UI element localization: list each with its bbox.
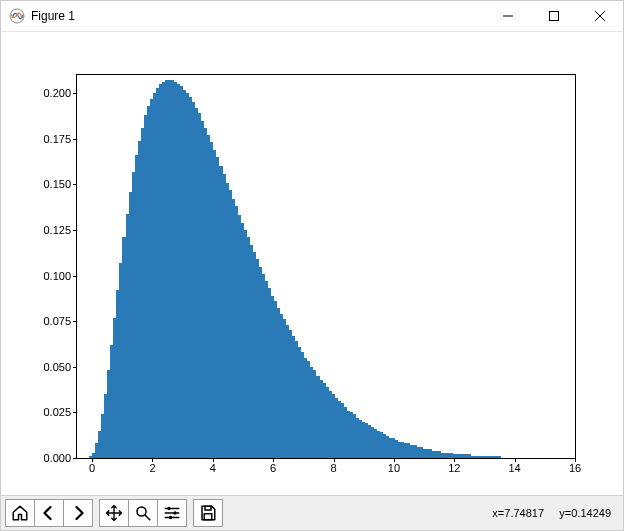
home-button[interactable] (6, 500, 35, 526)
y-tick-label: 0.150 (43, 178, 77, 190)
y-tick-label: 0.100 (43, 270, 77, 282)
svg-point-4 (173, 511, 176, 514)
cursor-coordinates: x=7.74817 y=0.14249 (492, 507, 619, 519)
y-tick-label: 0.175 (43, 133, 77, 145)
svg-rect-7 (204, 514, 212, 520)
svg-point-5 (169, 516, 172, 519)
configure-subplots-button[interactable] (158, 500, 186, 526)
app-icon (9, 8, 25, 24)
y-tick-label: 0.200 (43, 87, 77, 99)
maximize-button[interactable] (531, 1, 577, 31)
titlebar[interactable]: Figure 1 (1, 1, 623, 32)
navigation-toolbar: x=7.74817 y=0.14249 (1, 495, 623, 530)
back-button[interactable] (35, 500, 64, 526)
axes-box: 0.0000.0250.0500.0750.1000.1250.1500.175… (76, 74, 576, 459)
histogram-bars (77, 75, 575, 458)
plot-canvas[interactable]: 0.0000.0250.0500.0750.1000.1250.1500.175… (1, 32, 623, 495)
forward-button[interactable] (64, 500, 92, 526)
close-button[interactable] (577, 1, 623, 31)
y-tick-label: 0.000 (43, 452, 77, 464)
window-title: Figure 1 (31, 9, 75, 23)
svg-rect-1 (550, 12, 559, 21)
y-tick-label: 0.075 (43, 315, 77, 327)
y-tick-label: 0.125 (43, 224, 77, 236)
y-tick-label: 0.025 (43, 406, 77, 418)
figure-window: Figure 1 0.0000.0250.0500.0750.1000.1250… (0, 0, 624, 531)
pan-button[interactable] (100, 500, 129, 526)
zoom-button[interactable] (129, 500, 158, 526)
svg-rect-6 (205, 506, 211, 510)
y-tick-label: 0.050 (43, 361, 77, 373)
histogram-bar (498, 456, 501, 458)
minimize-button[interactable] (485, 1, 531, 31)
save-button[interactable] (194, 500, 222, 526)
svg-point-3 (167, 507, 170, 510)
svg-point-2 (137, 507, 146, 516)
